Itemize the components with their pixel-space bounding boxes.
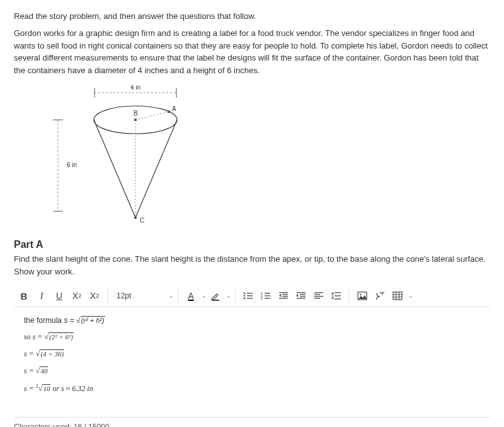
italic-button[interactable]: I [33, 288, 50, 304]
equation-button[interactable] [371, 288, 389, 304]
indent-button[interactable] [292, 288, 310, 304]
diagram-point-a: A [172, 105, 176, 112]
part-title: Part A [14, 239, 490, 250]
subscript-button[interactable]: X2 [86, 288, 103, 304]
svg-point-12 [168, 110, 170, 113]
svg-point-43 [360, 294, 362, 296]
answer-line-3: s = √(4 + 36) [24, 349, 480, 359]
character-counter: Characters used: 16 / 15000 [14, 417, 490, 427]
svg-rect-46 [393, 292, 402, 300]
svg-point-44 [382, 293, 383, 295]
cone-diagram: 4 in 6 in B A C [39, 85, 490, 230]
table-button[interactable] [389, 288, 406, 304]
font-size-select[interactable]: 12pt [112, 288, 167, 304]
answer-editor[interactable]: the formula s = √(r² + h²) so s = √(2² +… [14, 307, 490, 414]
svg-line-8 [135, 120, 177, 218]
answer-line-2: so s = √(2² + 6²) [24, 332, 480, 342]
chevron-down-icon: ⌄ [202, 293, 207, 299]
diagram-height-label: 6 in [67, 161, 77, 168]
diagram-point-b: B [134, 110, 138, 117]
image-button[interactable] [353, 288, 371, 304]
underline-button[interactable]: U [50, 288, 68, 304]
chevron-down-icon: ⌄ [408, 293, 413, 299]
number-list-button[interactable]: 123 [257, 288, 275, 304]
part-prompt: Find the slant height of the cone. The s… [14, 253, 490, 278]
svg-point-13 [134, 216, 137, 219]
diagram-width-label: 4 in [130, 85, 140, 91]
editor-toolbar: B I U X2 X2 12pt ⌄ A ⌄ ⌄ 123 [14, 285, 490, 307]
toolbar-separator [349, 290, 350, 302]
superscript-button[interactable]: X2 [68, 288, 86, 304]
svg-line-10 [135, 112, 169, 120]
toolbar-separator [235, 290, 236, 302]
bullet-list-button[interactable] [239, 288, 257, 304]
answer-line-1: the formula s = √(r² + h²) [24, 316, 480, 325]
align-button[interactable] [310, 288, 328, 304]
toolbar-separator [178, 290, 178, 302]
chevron-down-icon: ⌄ [226, 293, 231, 299]
answer-line-5: s = 2√10 or s ≈ 6.32 in [24, 383, 480, 394]
svg-point-19 [244, 298, 246, 300]
font-color-button[interactable]: A [182, 288, 200, 304]
answer-line-4: s = √40 [24, 366, 480, 376]
svg-point-15 [244, 293, 246, 295]
chevron-down-icon: ⌄ [169, 293, 174, 299]
svg-line-7 [94, 120, 135, 218]
svg-text:3: 3 [261, 296, 263, 300]
toolbar-separator [107, 290, 108, 302]
outdent-button[interactable] [275, 288, 292, 304]
diagram-point-c: C [140, 217, 144, 224]
svg-point-11 [134, 119, 137, 121]
svg-point-17 [244, 295, 246, 297]
line-spacing-button[interactable] [328, 288, 345, 304]
question-container: Read the story problem, and then answer … [0, 0, 504, 427]
bold-button[interactable]: B [15, 288, 33, 304]
story-text: Gordon works for a graphic design firm a… [14, 27, 490, 76]
instruction-text: Read the story problem, and then answer … [14, 11, 490, 21]
highlight-button[interactable] [207, 288, 224, 304]
